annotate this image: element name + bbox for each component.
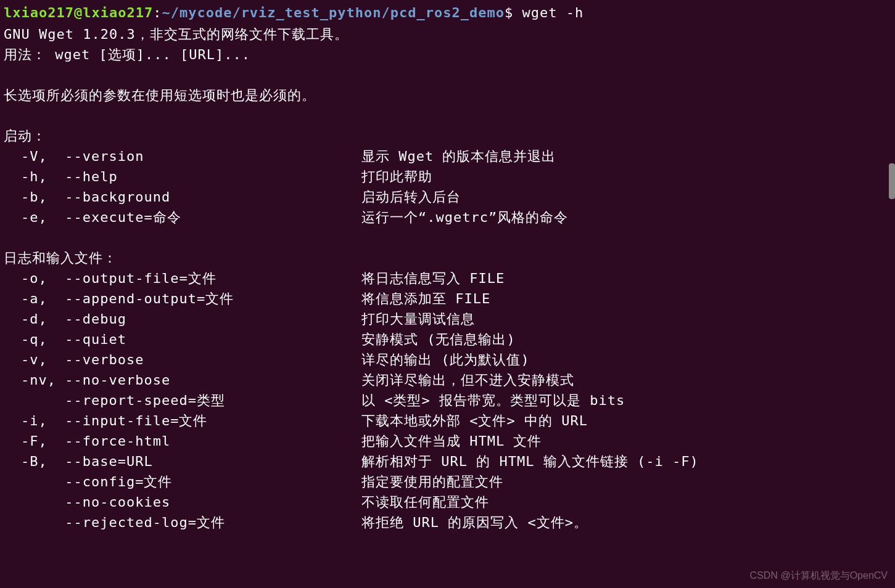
option-desc: 启动后转入后台 bbox=[361, 187, 891, 207]
mandatory-note: 长选项所必须的参数在使用短选项时也是必须的。 bbox=[4, 85, 891, 105]
option-flags: -nv, --no-verbose bbox=[4, 370, 361, 390]
option-flags: -v, --verbose bbox=[4, 349, 361, 370]
wget-version-line: GNU Wget 1.20.3，非交互式的网络文件下载工具。 bbox=[4, 24, 891, 44]
prompt-command: wget -h bbox=[513, 5, 584, 20]
section-startup-title: 启动： bbox=[4, 126, 891, 146]
option-row: -q, --quiet安静模式 (无信息输出) bbox=[4, 329, 891, 349]
option-desc: 指定要使用的配置文件 bbox=[361, 472, 891, 492]
option-row: -nv, --no-verbose关闭详尽输出，但不进入安静模式 bbox=[4, 370, 891, 390]
blank-line bbox=[4, 65, 891, 85]
option-row: --no-cookies不读取任何配置文件 bbox=[4, 492, 891, 512]
option-flags: -q, --quiet bbox=[4, 329, 361, 349]
option-flags: -V, --version bbox=[4, 146, 361, 166]
option-flags: -o, --output-file=文件 bbox=[4, 268, 361, 288]
option-desc: 将信息添加至 FILE bbox=[361, 288, 891, 309]
option-row: -i, --input-file=文件下载本地或外部 <文件> 中的 URL bbox=[4, 410, 891, 431]
watermark-text: CSDN @计算机视觉与OpenCV bbox=[750, 568, 888, 583]
scrollbar-thumb[interactable] bbox=[889, 163, 895, 199]
wget-usage-line: 用法： wget [选项]... [URL]... bbox=[4, 44, 891, 65]
option-desc: 打印大量调试信息 bbox=[361, 309, 891, 329]
option-desc: 将拒绝 URL 的原因写入 <文件>。 bbox=[361, 512, 891, 533]
option-flags: --no-cookies bbox=[4, 492, 361, 512]
option-flags: -d, --debug bbox=[4, 309, 361, 329]
option-desc: 详尽的输出 (此为默认值) bbox=[361, 349, 891, 370]
blank-line bbox=[4, 227, 891, 248]
option-row: -o, --output-file=文件将日志信息写入 FILE bbox=[4, 268, 891, 288]
option-row: -d, --debug打印大量调试信息 bbox=[4, 309, 891, 329]
option-row: -V, --version显示 Wget 的版本信息并退出 bbox=[4, 146, 891, 166]
option-row: -v, --verbose详尽的输出 (此为默认值) bbox=[4, 349, 891, 370]
section-log-title: 日志和输入文件： bbox=[4, 248, 891, 268]
option-desc: 下载本地或外部 <文件> 中的 URL bbox=[361, 410, 891, 431]
blank-line bbox=[4, 105, 891, 126]
prompt-colon: : bbox=[153, 5, 162, 20]
option-row: -a, --append-output=文件将信息添加至 FILE bbox=[4, 288, 891, 309]
option-desc: 把输入文件当成 HTML 文件 bbox=[361, 431, 891, 451]
option-flags: --report-speed=类型 bbox=[4, 390, 361, 410]
option-desc: 以 <类型> 报告带宽。类型可以是 bits bbox=[361, 390, 891, 410]
option-flags: --rejected-log=文件 bbox=[4, 512, 361, 533]
option-desc: 安静模式 (无信息输出) bbox=[361, 329, 891, 349]
option-row: -B, --base=URL解析相对于 URL 的 HTML 输入文件链接 (-… bbox=[4, 451, 891, 472]
option-row: -e, --execute=命令运行一个“.wgetrc”风格的命令 bbox=[4, 207, 891, 227]
option-flags: -a, --append-output=文件 bbox=[4, 288, 361, 309]
option-flags: -h, --help bbox=[4, 166, 361, 187]
prompt-path: ~/mycode/rviz_test_python/pcd_ros2_demo bbox=[162, 5, 505, 20]
option-row: -b, --background启动后转入后台 bbox=[4, 187, 891, 207]
option-desc: 运行一个“.wgetrc”风格的命令 bbox=[361, 207, 891, 227]
option-flags: --config=文件 bbox=[4, 472, 361, 492]
option-flags: -b, --background bbox=[4, 187, 361, 207]
prompt-dollar: $ bbox=[505, 5, 513, 20]
option-flags: -i, --input-file=文件 bbox=[4, 410, 361, 431]
option-row: -h, --help打印此帮助 bbox=[4, 166, 891, 187]
option-desc: 打印此帮助 bbox=[361, 166, 891, 187]
option-desc: 显示 Wget 的版本信息并退出 bbox=[361, 146, 891, 166]
option-flags: -e, --execute=命令 bbox=[4, 207, 361, 227]
option-flags: -F, --force-html bbox=[4, 431, 361, 451]
prompt-user-host: lxiao217@lxiao217 bbox=[4, 5, 153, 20]
option-flags: -B, --base=URL bbox=[4, 451, 361, 472]
option-row: --report-speed=类型以 <类型> 报告带宽。类型可以是 bits bbox=[4, 390, 891, 410]
option-row: --rejected-log=文件将拒绝 URL 的原因写入 <文件>。 bbox=[4, 512, 891, 533]
option-desc: 关闭详尽输出，但不进入安静模式 bbox=[361, 370, 891, 390]
option-desc: 解析相对于 URL 的 HTML 输入文件链接 (-i -F) bbox=[361, 451, 891, 472]
option-desc: 不读取任何配置文件 bbox=[361, 492, 891, 512]
option-row: -F, --force-html把输入文件当成 HTML 文件 bbox=[4, 431, 891, 451]
option-row: --config=文件指定要使用的配置文件 bbox=[4, 472, 891, 492]
prompt-line[interactable]: lxiao217@lxiao217:~/mycode/rviz_test_pyt… bbox=[4, 2, 891, 23]
option-desc: 将日志信息写入 FILE bbox=[361, 268, 891, 288]
